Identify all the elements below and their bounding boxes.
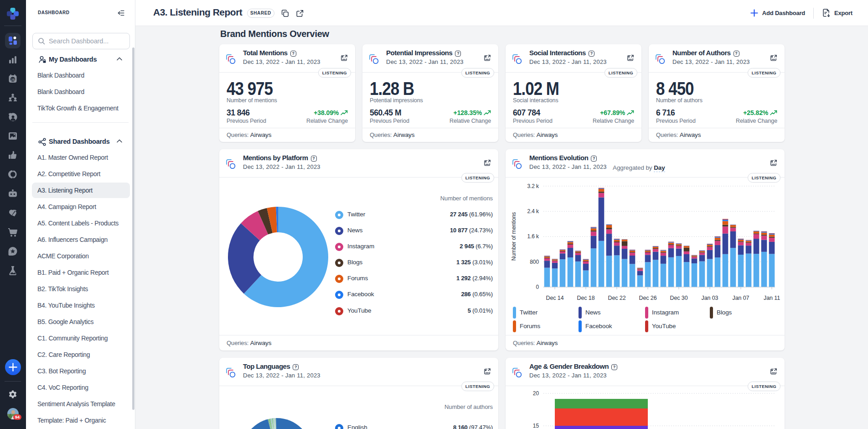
svg-text:Jan 07: Jan 07 <box>733 295 749 301</box>
svg-text:2.4 k: 2.4 k <box>527 208 539 214</box>
svg-text:Dec 22: Dec 22 <box>608 295 625 301</box>
svg-text:3.2 k: 3.2 k <box>527 183 539 189</box>
svg-text:Dec 14: Dec 14 <box>546 295 563 301</box>
svg-text:Jan 11: Jan 11 <box>764 295 780 301</box>
svg-text:Dec 18: Dec 18 <box>577 295 594 301</box>
svg-text:28: 28 <box>11 78 15 82</box>
svg-text:1.6 k: 1.6 k <box>527 233 539 240</box>
svg-text:15: 15 <box>533 423 539 429</box>
svg-text:Number of mentions: Number of mentions <box>511 212 517 261</box>
svg-text:Dec 30: Dec 30 <box>670 295 687 301</box>
svg-text:0: 0 <box>536 284 539 290</box>
svg-text:Jan 03: Jan 03 <box>702 295 718 301</box>
svg-text:20: 20 <box>533 390 539 397</box>
svg-text:800: 800 <box>530 259 539 265</box>
svg-text:Dec 26: Dec 26 <box>639 295 656 301</box>
